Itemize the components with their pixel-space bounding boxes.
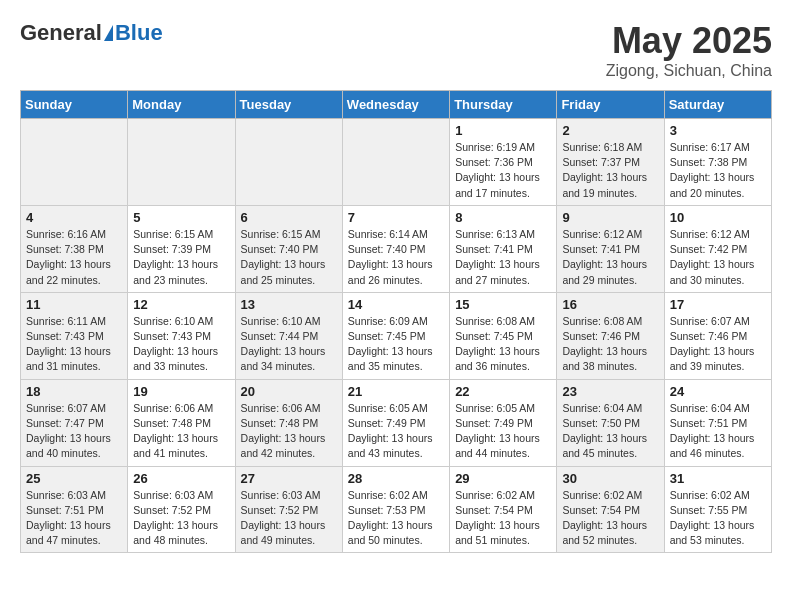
calendar-cell <box>21 119 128 206</box>
cell-content: Sunrise: 6:14 AMSunset: 7:40 PMDaylight:… <box>348 227 444 288</box>
cell-content: Sunrise: 6:03 AMSunset: 7:52 PMDaylight:… <box>133 488 229 549</box>
day-number: 30 <box>562 471 658 486</box>
calendar-header-row: SundayMondayTuesdayWednesdayThursdayFrid… <box>21 91 772 119</box>
cell-content: Sunrise: 6:06 AMSunset: 7:48 PMDaylight:… <box>133 401 229 462</box>
cell-content: Sunrise: 6:08 AMSunset: 7:46 PMDaylight:… <box>562 314 658 375</box>
calendar-cell: 19Sunrise: 6:06 AMSunset: 7:48 PMDayligh… <box>128 379 235 466</box>
calendar-cell: 8Sunrise: 6:13 AMSunset: 7:41 PMDaylight… <box>450 205 557 292</box>
calendar-cell: 10Sunrise: 6:12 AMSunset: 7:42 PMDayligh… <box>664 205 771 292</box>
calendar-cell: 11Sunrise: 6:11 AMSunset: 7:43 PMDayligh… <box>21 292 128 379</box>
logo-triangle-icon <box>104 25 113 41</box>
column-header-friday: Friday <box>557 91 664 119</box>
page-header: General Blue May 2025 Zigong, Sichuan, C… <box>20 20 772 80</box>
calendar-cell <box>342 119 449 206</box>
cell-content: Sunrise: 6:07 AMSunset: 7:46 PMDaylight:… <box>670 314 766 375</box>
cell-content: Sunrise: 6:09 AMSunset: 7:45 PMDaylight:… <box>348 314 444 375</box>
calendar-cell: 29Sunrise: 6:02 AMSunset: 7:54 PMDayligh… <box>450 466 557 553</box>
day-number: 6 <box>241 210 337 225</box>
day-number: 13 <box>241 297 337 312</box>
calendar-cell <box>128 119 235 206</box>
column-header-thursday: Thursday <box>450 91 557 119</box>
day-number: 8 <box>455 210 551 225</box>
calendar-title: May 2025 <box>606 20 772 62</box>
calendar-cell: 27Sunrise: 6:03 AMSunset: 7:52 PMDayligh… <box>235 466 342 553</box>
calendar-cell: 25Sunrise: 6:03 AMSunset: 7:51 PMDayligh… <box>21 466 128 553</box>
cell-content: Sunrise: 6:15 AMSunset: 7:39 PMDaylight:… <box>133 227 229 288</box>
calendar-cell: 5Sunrise: 6:15 AMSunset: 7:39 PMDaylight… <box>128 205 235 292</box>
calendar-cell: 7Sunrise: 6:14 AMSunset: 7:40 PMDaylight… <box>342 205 449 292</box>
calendar-cell: 13Sunrise: 6:10 AMSunset: 7:44 PMDayligh… <box>235 292 342 379</box>
day-number: 31 <box>670 471 766 486</box>
day-number: 25 <box>26 471 122 486</box>
day-number: 1 <box>455 123 551 138</box>
cell-content: Sunrise: 6:18 AMSunset: 7:37 PMDaylight:… <box>562 140 658 201</box>
calendar-cell: 21Sunrise: 6:05 AMSunset: 7:49 PMDayligh… <box>342 379 449 466</box>
cell-content: Sunrise: 6:02 AMSunset: 7:54 PMDaylight:… <box>455 488 551 549</box>
calendar-week-3: 11Sunrise: 6:11 AMSunset: 7:43 PMDayligh… <box>21 292 772 379</box>
calendar-cell: 28Sunrise: 6:02 AMSunset: 7:53 PMDayligh… <box>342 466 449 553</box>
calendar-cell: 22Sunrise: 6:05 AMSunset: 7:49 PMDayligh… <box>450 379 557 466</box>
cell-content: Sunrise: 6:10 AMSunset: 7:44 PMDaylight:… <box>241 314 337 375</box>
column-header-sunday: Sunday <box>21 91 128 119</box>
calendar-cell: 6Sunrise: 6:15 AMSunset: 7:40 PMDaylight… <box>235 205 342 292</box>
day-number: 10 <box>670 210 766 225</box>
day-number: 19 <box>133 384 229 399</box>
calendar-cell <box>235 119 342 206</box>
day-number: 9 <box>562 210 658 225</box>
cell-content: Sunrise: 6:07 AMSunset: 7:47 PMDaylight:… <box>26 401 122 462</box>
calendar-cell: 1Sunrise: 6:19 AMSunset: 7:36 PMDaylight… <box>450 119 557 206</box>
logo-general-text: General <box>20 20 102 46</box>
day-number: 23 <box>562 384 658 399</box>
day-number: 4 <box>26 210 122 225</box>
calendar-cell: 14Sunrise: 6:09 AMSunset: 7:45 PMDayligh… <box>342 292 449 379</box>
calendar-cell: 12Sunrise: 6:10 AMSunset: 7:43 PMDayligh… <box>128 292 235 379</box>
column-header-saturday: Saturday <box>664 91 771 119</box>
day-number: 7 <box>348 210 444 225</box>
calendar-cell: 17Sunrise: 6:07 AMSunset: 7:46 PMDayligh… <box>664 292 771 379</box>
cell-content: Sunrise: 6:17 AMSunset: 7:38 PMDaylight:… <box>670 140 766 201</box>
day-number: 17 <box>670 297 766 312</box>
cell-content: Sunrise: 6:12 AMSunset: 7:42 PMDaylight:… <box>670 227 766 288</box>
day-number: 2 <box>562 123 658 138</box>
cell-content: Sunrise: 6:15 AMSunset: 7:40 PMDaylight:… <box>241 227 337 288</box>
cell-content: Sunrise: 6:04 AMSunset: 7:51 PMDaylight:… <box>670 401 766 462</box>
day-number: 3 <box>670 123 766 138</box>
day-number: 21 <box>348 384 444 399</box>
column-header-tuesday: Tuesday <box>235 91 342 119</box>
calendar-cell: 9Sunrise: 6:12 AMSunset: 7:41 PMDaylight… <box>557 205 664 292</box>
cell-content: Sunrise: 6:03 AMSunset: 7:52 PMDaylight:… <box>241 488 337 549</box>
day-number: 26 <box>133 471 229 486</box>
calendar-week-2: 4Sunrise: 6:16 AMSunset: 7:38 PMDaylight… <box>21 205 772 292</box>
calendar-body: 1Sunrise: 6:19 AMSunset: 7:36 PMDaylight… <box>21 119 772 553</box>
calendar-cell: 4Sunrise: 6:16 AMSunset: 7:38 PMDaylight… <box>21 205 128 292</box>
day-number: 16 <box>562 297 658 312</box>
cell-content: Sunrise: 6:02 AMSunset: 7:55 PMDaylight:… <box>670 488 766 549</box>
cell-content: Sunrise: 6:05 AMSunset: 7:49 PMDaylight:… <box>455 401 551 462</box>
cell-content: Sunrise: 6:02 AMSunset: 7:54 PMDaylight:… <box>562 488 658 549</box>
cell-content: Sunrise: 6:10 AMSunset: 7:43 PMDaylight:… <box>133 314 229 375</box>
column-header-monday: Monday <box>128 91 235 119</box>
calendar-cell: 16Sunrise: 6:08 AMSunset: 7:46 PMDayligh… <box>557 292 664 379</box>
calendar-week-5: 25Sunrise: 6:03 AMSunset: 7:51 PMDayligh… <box>21 466 772 553</box>
calendar-cell: 23Sunrise: 6:04 AMSunset: 7:50 PMDayligh… <box>557 379 664 466</box>
day-number: 27 <box>241 471 337 486</box>
calendar-cell: 2Sunrise: 6:18 AMSunset: 7:37 PMDaylight… <box>557 119 664 206</box>
day-number: 28 <box>348 471 444 486</box>
logo: General Blue <box>20 20 163 46</box>
calendar-cell: 3Sunrise: 6:17 AMSunset: 7:38 PMDaylight… <box>664 119 771 206</box>
day-number: 11 <box>26 297 122 312</box>
cell-content: Sunrise: 6:19 AMSunset: 7:36 PMDaylight:… <box>455 140 551 201</box>
day-number: 12 <box>133 297 229 312</box>
day-number: 29 <box>455 471 551 486</box>
calendar-cell: 24Sunrise: 6:04 AMSunset: 7:51 PMDayligh… <box>664 379 771 466</box>
cell-content: Sunrise: 6:16 AMSunset: 7:38 PMDaylight:… <box>26 227 122 288</box>
day-number: 22 <box>455 384 551 399</box>
cell-content: Sunrise: 6:08 AMSunset: 7:45 PMDaylight:… <box>455 314 551 375</box>
cell-content: Sunrise: 6:12 AMSunset: 7:41 PMDaylight:… <box>562 227 658 288</box>
calendar-cell: 31Sunrise: 6:02 AMSunset: 7:55 PMDayligh… <box>664 466 771 553</box>
cell-content: Sunrise: 6:05 AMSunset: 7:49 PMDaylight:… <box>348 401 444 462</box>
day-number: 5 <box>133 210 229 225</box>
calendar-cell: 20Sunrise: 6:06 AMSunset: 7:48 PMDayligh… <box>235 379 342 466</box>
day-number: 18 <box>26 384 122 399</box>
logo-blue-text: Blue <box>115 20 163 46</box>
